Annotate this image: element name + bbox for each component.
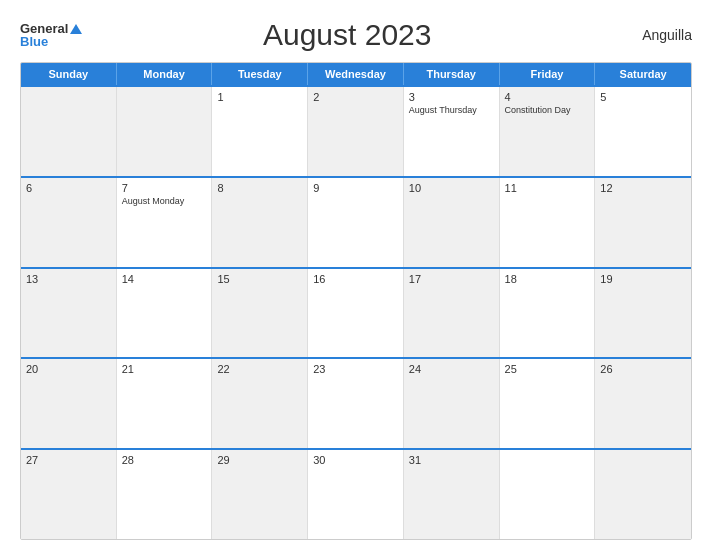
day-number: 1 [217,91,302,103]
calendar-cell: 20 [21,359,117,448]
calendar-cell: 9 [308,178,404,267]
calendar-cell: 16 [308,269,404,358]
day-number: 7 [122,182,207,194]
country-label: Anguilla [612,27,692,43]
day-number: 23 [313,363,398,375]
weekday-header-saturday: Saturday [595,63,691,85]
calendar-cell: 17 [404,269,500,358]
day-event: August Thursday [409,105,494,115]
header: General Blue August 2023 Anguilla [20,18,692,52]
day-event: August Monday [122,196,207,206]
logo-blue-text: Blue [20,35,82,48]
calendar-cell: 19 [595,269,691,358]
calendar-cell: 26 [595,359,691,448]
calendar-cell: 2 [308,87,404,176]
day-number: 15 [217,273,302,285]
weekday-header-sunday: Sunday [21,63,117,85]
month-title: August 2023 [82,18,612,52]
day-number: 22 [217,363,302,375]
day-number: 28 [122,454,207,466]
calendar: SundayMondayTuesdayWednesdayThursdayFrid… [20,62,692,540]
calendar-cell: 22 [212,359,308,448]
day-number: 14 [122,273,207,285]
calendar-cell: 7August Monday [117,178,213,267]
calendar-cell: 25 [500,359,596,448]
calendar-week-1: 123August Thursday4Constitution Day5 [21,85,691,176]
day-number: 3 [409,91,494,103]
calendar-cell: 6 [21,178,117,267]
logo-triangle-icon [70,24,82,34]
calendar-cell: 3August Thursday [404,87,500,176]
day-number: 13 [26,273,111,285]
day-number: 25 [505,363,590,375]
day-number: 11 [505,182,590,194]
calendar-cell [595,450,691,539]
day-number: 27 [26,454,111,466]
calendar-week-3: 13141516171819 [21,267,691,358]
day-number: 2 [313,91,398,103]
day-number: 9 [313,182,398,194]
weekday-header-tuesday: Tuesday [212,63,308,85]
calendar-cell: 23 [308,359,404,448]
weekday-header-friday: Friday [500,63,596,85]
weekday-header-thursday: Thursday [404,63,500,85]
day-number: 30 [313,454,398,466]
day-number: 18 [505,273,590,285]
calendar-cell [500,450,596,539]
calendar-cell: 1 [212,87,308,176]
day-number: 8 [217,182,302,194]
weekday-header-monday: Monday [117,63,213,85]
calendar-cell: 18 [500,269,596,358]
day-number: 29 [217,454,302,466]
day-number: 4 [505,91,590,103]
calendar-cell: 31 [404,450,500,539]
calendar-cell: 10 [404,178,500,267]
calendar-cell: 5 [595,87,691,176]
day-number: 19 [600,273,686,285]
day-number: 20 [26,363,111,375]
calendar-week-5: 2728293031 [21,448,691,539]
calendar-cell: 8 [212,178,308,267]
weekday-header-wednesday: Wednesday [308,63,404,85]
day-number: 12 [600,182,686,194]
day-number: 5 [600,91,686,103]
calendar-cell: 4Constitution Day [500,87,596,176]
calendar-week-4: 20212223242526 [21,357,691,448]
calendar-cell [117,87,213,176]
calendar-cell: 11 [500,178,596,267]
calendar-header: SundayMondayTuesdayWednesdayThursdayFrid… [21,63,691,85]
calendar-cell [21,87,117,176]
calendar-cell: 15 [212,269,308,358]
calendar-cell: 14 [117,269,213,358]
calendar-cell: 24 [404,359,500,448]
day-number: 10 [409,182,494,194]
day-number: 26 [600,363,686,375]
day-number: 21 [122,363,207,375]
day-number: 31 [409,454,494,466]
calendar-cell: 30 [308,450,404,539]
page: General Blue August 2023 Anguilla Sunday… [0,0,712,550]
day-number: 6 [26,182,111,194]
calendar-cell: 13 [21,269,117,358]
calendar-cell: 21 [117,359,213,448]
calendar-cell: 27 [21,450,117,539]
calendar-cell: 12 [595,178,691,267]
day-number: 16 [313,273,398,285]
day-number: 24 [409,363,494,375]
calendar-cell: 28 [117,450,213,539]
calendar-body: 123August Thursday4Constitution Day567Au… [21,85,691,539]
day-event: Constitution Day [505,105,590,115]
calendar-week-2: 67August Monday89101112 [21,176,691,267]
logo: General Blue [20,22,82,48]
calendar-cell: 29 [212,450,308,539]
day-number: 17 [409,273,494,285]
